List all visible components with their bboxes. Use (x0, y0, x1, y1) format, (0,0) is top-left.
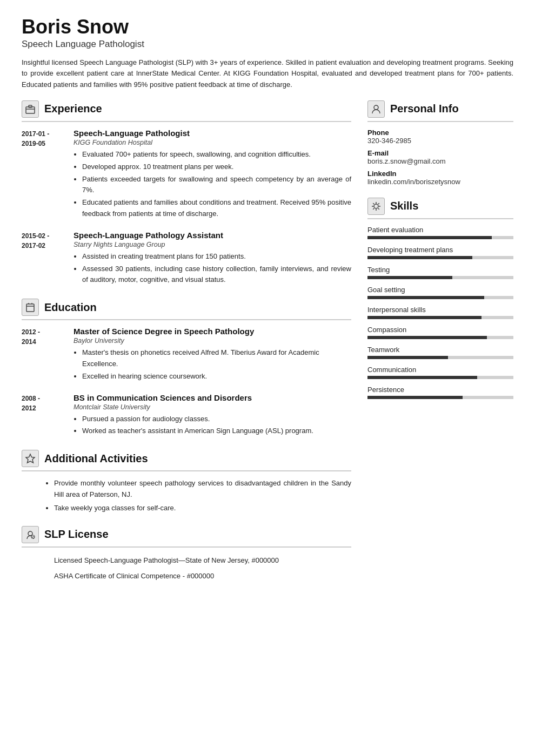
svg-rect-0 (26, 107, 35, 113)
email-value: boris.z.snow@gmail.com (367, 157, 513, 165)
personal-info-header: Personal Info (367, 100, 513, 122)
exp-dates: 2015-02 -2017-02 (22, 231, 65, 287)
svg-marker-4 (26, 454, 35, 463)
skill-bar-fill (367, 356, 448, 359)
personal-info-title: Personal Info (390, 103, 459, 115)
activities-list: Provide monthly volunteer speech patholo… (22, 478, 351, 514)
experience-entry: 2017-01 -2019-05 Speech-Language Patholo… (22, 129, 351, 221)
skill-bar-fill (367, 396, 463, 399)
resume-page: Boris Snow Speech Language Pathologist I… (0, 0, 535, 756)
experience-entry: 2015-02 -2017-02 Speech-Language Patholo… (22, 231, 351, 287)
license-list: Licensed Speech-Language Pathologist—Sta… (22, 554, 351, 583)
exp-bullets: Assisted in creating treatment plans for… (73, 251, 351, 286)
skill-item: Compassion (367, 326, 513, 339)
svg-line-16 (373, 208, 374, 210)
skill-bar-background (367, 296, 513, 299)
edu-title: BS in Communication Sciences and Disorde… (73, 393, 351, 402)
linkedin-value: linkedin.com/in/boriszetysnow (367, 178, 513, 186)
education-entry: 2008 -2012 BS in Communication Sciences … (22, 393, 351, 438)
svg-line-13 (373, 203, 374, 204)
activities-header: Additional Activities (22, 450, 351, 471)
skill-bar-background (367, 276, 513, 279)
education-entry: 2012 -2014 Master of Science Degree in S… (22, 327, 351, 383)
personal-info-section: Personal Info Phone 320-346-2985 E-mail … (367, 100, 513, 186)
license-title: SLP License (44, 528, 109, 541)
candidate-title: Speech Language Pathologist (22, 39, 513, 50)
skill-bar-fill (367, 256, 472, 259)
skills-header: Skills (367, 198, 513, 219)
exp-title: Speech-Language Pathology Assistant (73, 231, 351, 240)
skill-bar-background (367, 356, 513, 359)
edu-bullets: Pursued a passion for audiology classes.… (73, 414, 351, 437)
exp-dates: 2017-01 -2019-05 (22, 129, 65, 221)
skill-bar-fill (367, 236, 492, 239)
email-block: E-mail boris.z.snow@gmail.com (367, 149, 513, 165)
skill-item: Interpersonal skills (367, 306, 513, 319)
license-icon (22, 526, 39, 543)
activities-title: Additional Activities (44, 453, 148, 465)
svg-rect-1 (29, 105, 32, 107)
edu-dates: 2008 -2012 (22, 393, 65, 438)
svg-rect-3 (26, 304, 34, 312)
education-header: Education (22, 299, 351, 320)
exp-title: Speech-Language Pathologist (73, 129, 351, 138)
experience-header: Experience (22, 100, 351, 122)
exp-bullets: Evaluated 700+ patients for speech, swal… (73, 149, 351, 220)
education-entries: 2012 -2014 Master of Science Degree in S… (22, 327, 351, 438)
edu-bullets: Master's thesis on phonetics received Al… (73, 347, 351, 382)
experience-title: Experience (44, 103, 102, 115)
svg-line-15 (378, 203, 379, 204)
skill-bar-fill (367, 376, 477, 379)
skill-item: Persistence (367, 386, 513, 399)
license-section: SLP License Licensed Speech-Language Pat… (22, 526, 351, 583)
experience-section: Experience 2017-01 -2019-05 Speech-Langu… (22, 100, 351, 287)
activities-icon (22, 450, 39, 467)
personal-info-icon (367, 100, 385, 118)
exp-content: Speech-Language Pathology Assistant Star… (73, 231, 351, 287)
skill-bar-fill (367, 296, 484, 299)
experience-icon (22, 100, 39, 118)
exp-company: Starry Nights Language Group (73, 241, 351, 248)
skill-item: Patient evaluation (367, 226, 513, 239)
skill-item: Goal setting (367, 286, 513, 299)
skill-bar-background (367, 396, 513, 399)
edu-content: Master of Science Degree in Speech Patho… (73, 327, 351, 383)
skill-name: Testing (367, 266, 513, 274)
education-title: Education (44, 301, 97, 314)
skill-bar-background (367, 336, 513, 339)
education-icon (22, 299, 39, 316)
skills-icon (367, 198, 385, 215)
skills-list: Patient evaluation Developing treatment … (367, 226, 513, 399)
skill-bar-background (367, 256, 513, 259)
education-section: Education 2012 -2014 Master of Science D… (22, 299, 351, 438)
license-header: SLP License (22, 526, 351, 548)
edu-school: Baylor University (73, 337, 351, 345)
linkedin-block: LinkedIn linkedin.com/in/boriszetysnow (367, 170, 513, 186)
skill-item: Communication (367, 366, 513, 379)
skill-name: Teamwork (367, 346, 513, 354)
two-col-layout: Experience 2017-01 -2019-05 Speech-Langu… (22, 100, 513, 594)
linkedin-label: LinkedIn (367, 170, 513, 178)
candidate-name: Boris Snow (22, 16, 513, 38)
skill-name: Communication (367, 366, 513, 374)
skills-title: Skills (390, 200, 418, 212)
activity-item: Take weekly yoga classes for self-care. (54, 503, 351, 514)
summary-text: Insightful licensed Speech Language Path… (22, 57, 513, 91)
edu-school: Montclair State University (73, 403, 351, 411)
skill-bar-fill (367, 276, 452, 279)
svg-point-7 (374, 105, 378, 110)
exp-content: Speech-Language Pathologist KIGG Foundat… (73, 129, 351, 221)
header: Boris Snow Speech Language Pathologist (22, 16, 513, 50)
skills-section: Skills Patient evaluation Developing tre… (367, 198, 513, 399)
svg-line-14 (378, 208, 379, 210)
phone-label: Phone (367, 129, 513, 137)
edu-title: Master of Science Degree in Speech Patho… (73, 327, 351, 336)
exp-company: KIGG Foundation Hospital (73, 139, 351, 146)
skill-bar-background (367, 316, 513, 319)
skill-bar-fill (367, 316, 482, 319)
personal-info-content: Phone 320-346-2985 E-mail boris.z.snow@g… (367, 129, 513, 186)
skill-name: Patient evaluation (367, 226, 513, 234)
skill-name: Persistence (367, 386, 513, 394)
phone-block: Phone 320-346-2985 (367, 129, 513, 145)
skill-name: Goal setting (367, 286, 513, 294)
